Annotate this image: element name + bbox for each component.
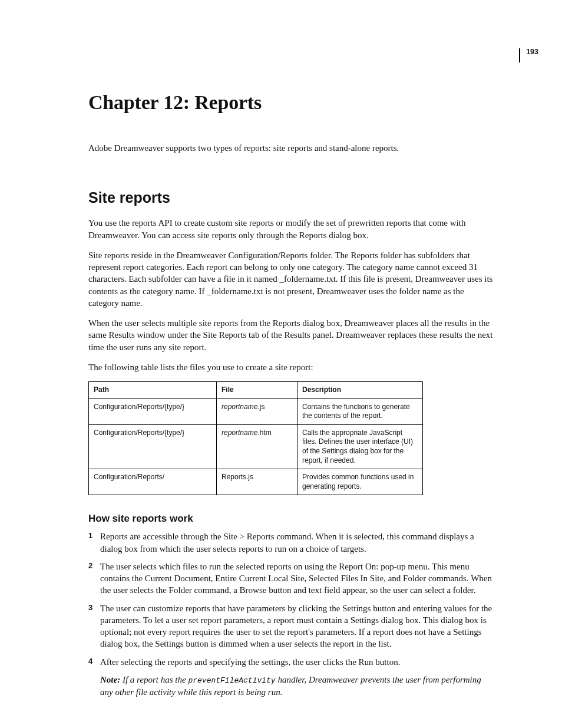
table-cell-desc: Provides common functions used in genera… <box>297 469 423 495</box>
subsection-title: How site reports work <box>88 513 494 525</box>
table-cell-file: reportname.js <box>217 398 297 424</box>
table-cell-path: Configuration/Reports/{type/} <box>89 424 217 469</box>
note-code: preventFileActivity <box>188 676 275 685</box>
files-table: Path File Description Configuration/Repo… <box>88 381 423 495</box>
table-row: Configuration/Reports/{type/} reportname… <box>89 424 423 469</box>
list-item: After selecting the reports and specifyi… <box>88 656 494 668</box>
table-row: Configuration/Reports/ Reports.js Provid… <box>89 469 423 495</box>
table-cell-path: Configuration/Reports/ <box>89 469 217 495</box>
table-cell-file: Reports.js <box>217 469 297 495</box>
table-cell-desc: Calls the appropriate JavaScript files. … <box>297 424 423 469</box>
list-item: The user selects which files to run the … <box>88 561 494 597</box>
note: Note: If a report has the preventFileAct… <box>100 674 494 699</box>
table-cell-desc: Contains the functions to generate the c… <box>297 398 423 424</box>
body-paragraph: Site reports reside in the Dreamweaver C… <box>88 249 494 309</box>
steps-list: Reports are accessible through the Site … <box>88 531 494 668</box>
body-paragraph: You use the reports API to create custom… <box>88 217 494 241</box>
list-item: The user can customize reports that have… <box>88 602 494 650</box>
table-cell-path: Configuration/Reports/{type/} <box>89 398 217 424</box>
table-header: File <box>217 382 297 399</box>
page: 193 Chapter 12: Reports Adobe Dreamweave… <box>0 0 562 728</box>
page-number: 193 <box>519 48 538 62</box>
table-cell-file: reportname.htm <box>217 424 297 469</box>
chapter-title: Chapter 12: Reports <box>88 91 494 114</box>
table-header-row: Path File Description <box>89 382 423 399</box>
body-paragraph: When the user selects multiple site repo… <box>88 317 494 353</box>
table-header: Path <box>89 382 217 399</box>
note-text: If a report has the <box>120 675 188 684</box>
intro-paragraph: Adobe Dreamweaver supports two types of … <box>88 142 494 154</box>
table-row: Configuration/Reports/{type/} reportname… <box>89 398 423 424</box>
list-item: Reports are accessible through the Site … <box>88 531 494 555</box>
body-paragraph: The following table lists the files you … <box>88 361 494 373</box>
table-header: Description <box>297 382 423 399</box>
note-label: Note: <box>100 675 120 684</box>
section-title: Site reports <box>88 189 494 206</box>
